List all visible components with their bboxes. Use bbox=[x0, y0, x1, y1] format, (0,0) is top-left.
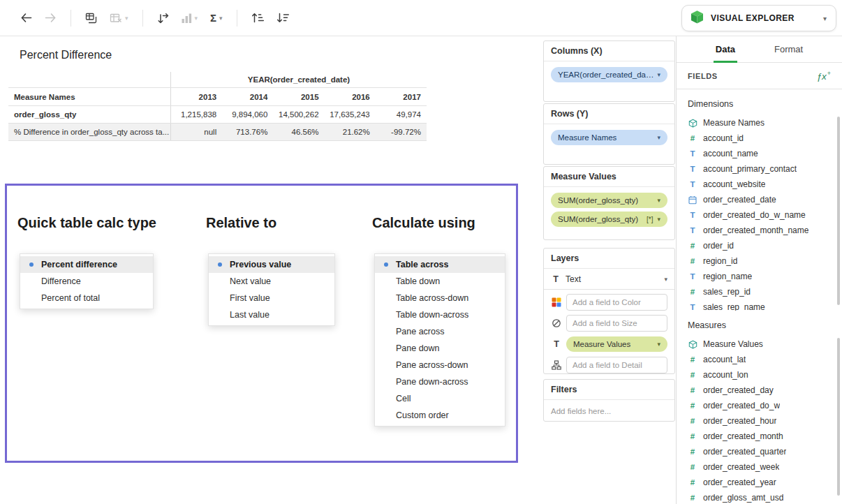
layer-text-pill[interactable]: Measure Values▾ bbox=[566, 336, 667, 352]
number-icon: # bbox=[688, 371, 697, 379]
pill-label: YEAR(order_created_date) bbox=[558, 71, 654, 79]
filters-dropzone[interactable]: Add fields here... bbox=[544, 400, 674, 422]
field-item-order_created_day[interactable]: #order_created_day bbox=[677, 383, 842, 398]
field-item-order_created_month_name[interactable]: Torder_created_month_name bbox=[677, 223, 842, 238]
field-item-order_created_quarter[interactable]: #order_created_quarter bbox=[677, 444, 842, 459]
field-item-account_lat[interactable]: #account_lat bbox=[677, 352, 842, 367]
field-item-region_id[interactable]: #region_id bbox=[677, 253, 842, 269]
calc-option[interactable]: Percent difference bbox=[20, 256, 153, 273]
scrollbar-thumb[interactable] bbox=[837, 117, 840, 305]
calc-option[interactable]: Cell bbox=[375, 390, 505, 407]
field-item-account_id[interactable]: #account_id bbox=[677, 131, 842, 146]
layer-type-select[interactable]: T Text ▾ bbox=[544, 269, 674, 289]
text-mark-icon: T bbox=[551, 274, 561, 284]
calc-option[interactable]: Custom order bbox=[375, 407, 505, 424]
text-icon: T bbox=[688, 272, 697, 281]
field-label: account_website bbox=[703, 179, 765, 189]
field-label: region_name bbox=[703, 272, 752, 281]
rows-shelf-title: Rows (Y) bbox=[544, 104, 674, 124]
field-item-Measure Names[interactable]: Measure Names bbox=[677, 115, 842, 131]
add-formula-icon[interactable]: ƒx bbox=[816, 71, 831, 81]
calc-option[interactable]: Pane across bbox=[375, 323, 505, 340]
field-label: region_id bbox=[703, 256, 737, 266]
field-item-order_created_year[interactable]: #order_created_year bbox=[677, 475, 842, 490]
number-icon: # bbox=[688, 478, 697, 487]
field-item-order_created_month[interactable]: #order_created_month bbox=[677, 429, 842, 444]
toolbar-divider bbox=[71, 10, 71, 27]
number-icon: # bbox=[688, 401, 697, 410]
swap-axes-button[interactable] bbox=[151, 7, 175, 29]
table-value-cell: 49,974 bbox=[376, 106, 427, 123]
field-item-Measure Values[interactable]: Measure Values bbox=[677, 336, 842, 352]
sort-descending-button[interactable] bbox=[270, 7, 295, 29]
measure-pill-1[interactable]: SUM(order_gloss_qty) ▾ bbox=[551, 193, 667, 208]
year-column-header: 2017 bbox=[376, 88, 427, 105]
field-item-account_lon[interactable]: #account_lon bbox=[677, 367, 842, 383]
calc-option[interactable]: Pane across-down bbox=[375, 357, 505, 373]
field-label: order_created_quarter bbox=[703, 447, 786, 457]
layer-detail-dropzone[interactable]: Add a field to Detail bbox=[566, 357, 667, 373]
field-label: order_gloss_amt_usd bbox=[703, 493, 783, 503]
rows-pill[interactable]: Measure Names ▾ bbox=[551, 130, 667, 145]
columns-shelf-dropzone[interactable]: YEAR(order_created_date) ▾ bbox=[544, 61, 674, 88]
layers-shelf: Layers T Text ▾ Add a field to ColorAdd … bbox=[543, 248, 675, 374]
duplicate-table-button[interactable] bbox=[79, 7, 103, 29]
layer-target-row: Add a field to Color bbox=[551, 294, 667, 311]
year-column-header: 2014 bbox=[222, 88, 273, 105]
dimensions-list: Measure Names#account_idTaccount_nameTac… bbox=[677, 115, 842, 311]
columns-pill[interactable]: YEAR(order_created_date) ▾ bbox=[551, 67, 667, 82]
calc-option[interactable]: Table down-across bbox=[375, 306, 505, 323]
calc-option[interactable]: Pane down bbox=[375, 340, 505, 357]
calc-option[interactable]: Table across-down bbox=[375, 290, 505, 306]
cube-icon bbox=[688, 340, 697, 349]
sort-ascending-button[interactable] bbox=[245, 7, 270, 29]
field-label: order_id bbox=[703, 241, 734, 251]
pill-label: SUM(order_gloss_qty) bbox=[558, 215, 647, 223]
field-label: account_lon bbox=[703, 370, 748, 380]
calc-option[interactable]: Previous value bbox=[209, 256, 334, 273]
field-label: account_lat bbox=[703, 355, 746, 364]
field-label: sales_rep_name bbox=[703, 302, 765, 311]
measure-pill-2[interactable]: SUM(order_gloss_qty) [*] ▾ bbox=[551, 212, 667, 227]
scrollbar-thumb[interactable] bbox=[837, 338, 840, 496]
calc-option[interactable]: Difference bbox=[20, 273, 153, 290]
field-item-region_name[interactable]: Tregion_name bbox=[677, 269, 842, 284]
calc-option[interactable]: Table down bbox=[375, 273, 505, 290]
field-item-sales_rep_id[interactable]: #sales_rep_id bbox=[677, 284, 842, 299]
calc-option[interactable]: Next value bbox=[209, 273, 334, 290]
tab-format[interactable]: Format bbox=[772, 36, 805, 62]
calc-option[interactable]: Table across bbox=[375, 256, 505, 273]
rows-shelf-dropzone[interactable]: Measure Names ▾ bbox=[544, 124, 674, 151]
field-label: sales_rep_id bbox=[703, 287, 751, 297]
field-label: Measure Names bbox=[703, 118, 765, 128]
tab-data[interactable]: Data bbox=[714, 36, 737, 62]
back-button[interactable] bbox=[14, 7, 38, 29]
calc-option[interactable]: Percent of total bbox=[20, 290, 153, 306]
app-switcher-button[interactable]: VISUAL EXPLORER ▾ bbox=[681, 5, 836, 31]
layer-type-label: Text bbox=[566, 274, 581, 284]
field-label: account_name bbox=[703, 149, 758, 158]
field-item-order_gloss_amt_usd[interactable]: #order_gloss_amt_usd bbox=[677, 490, 842, 504]
field-item-order_id[interactable]: #order_id bbox=[677, 238, 842, 253]
field-item-order_created_do_w_name[interactable]: Torder_created_do_w_name bbox=[677, 207, 842, 223]
app-root: ▾▾Σ▾ VISUAL EXPLORER ▾ Percent Differenc… bbox=[0, 0, 842, 504]
layer-target-row: TMeasure Values▾ bbox=[551, 336, 667, 353]
calc-option[interactable]: First value bbox=[209, 290, 334, 306]
measure-values-dropzone[interactable]: SUM(order_gloss_qty) ▾ SUM(order_gloss_q… bbox=[544, 187, 674, 232]
field-item-order_created_week[interactable]: #order_created_week bbox=[677, 459, 842, 475]
field-item-sales_rep_name[interactable]: Tsales_rep_name bbox=[677, 299, 842, 311]
calc-option[interactable]: Pane down-across bbox=[375, 373, 505, 390]
aggregate-button[interactable]: Σ▾ bbox=[204, 7, 229, 29]
layer-size-dropzone[interactable]: Add a field to Size bbox=[566, 315, 667, 332]
field-item-order_created_hour[interactable]: #order_created_hour bbox=[677, 413, 842, 429]
calc-option[interactable]: Last value bbox=[209, 306, 334, 323]
number-icon: # bbox=[688, 134, 697, 142]
field-item-order_created_do_w[interactable]: #order_created_do_w bbox=[677, 398, 842, 413]
field-item-account_primary_contact[interactable]: Taccount_primary_contact bbox=[677, 161, 842, 177]
field-item-account_name[interactable]: Taccount_name bbox=[677, 146, 842, 161]
field-item-account_website[interactable]: Taccount_website bbox=[677, 177, 842, 192]
layer-color-dropzone[interactable]: Add a field to Color bbox=[566, 294, 667, 311]
field-item-order_created_date[interactable]: order_created_date bbox=[677, 192, 842, 207]
number-icon: # bbox=[688, 242, 697, 250]
number-icon: # bbox=[688, 417, 697, 425]
